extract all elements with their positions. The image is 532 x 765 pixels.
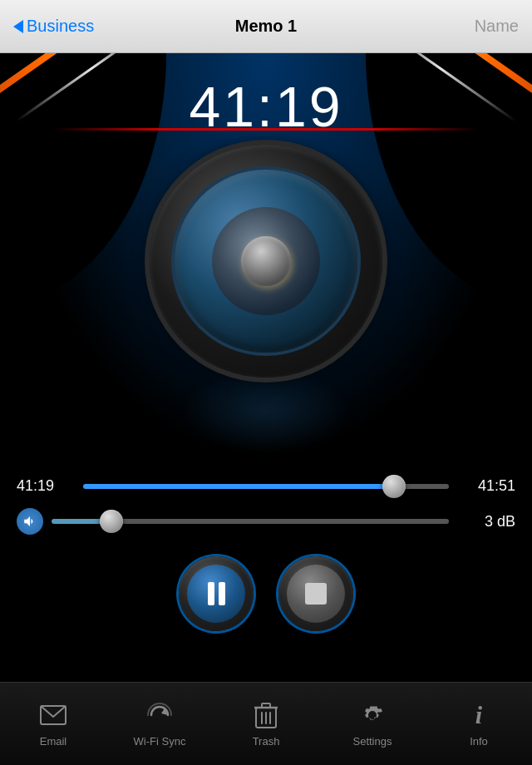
mail-icon [38, 700, 68, 730]
speaker-outer-ring [150, 145, 382, 378]
speaker-visual [150, 145, 382, 378]
speaker-dust-cap [241, 236, 291, 286]
tab-info[interactable]: i Info [426, 683, 532, 765]
tab-wifi-sync-label: Wi-Fi Sync [134, 735, 186, 748]
back-button[interactable]: Business [13, 17, 94, 36]
controls-area: 41:19 41:51 3 dB [0, 461, 532, 682]
tab-trash[interactable]: Trash [213, 683, 319, 765]
progress-thumb[interactable] [382, 475, 406, 498]
timer-display: 41:19 [0, 74, 532, 139]
volume-row: 3 dB [17, 508, 515, 535]
info-icon-label: i [475, 701, 482, 729]
total-time-label: 41:51 [457, 477, 515, 495]
speaker-mid-ring [175, 170, 357, 353]
nav-title: Memo 1 [235, 17, 297, 36]
tab-trash-label: Trash [253, 735, 280, 748]
volume-slider[interactable] [52, 519, 449, 524]
nav-right-button[interactable]: Name [475, 17, 519, 36]
back-label: Business [27, 17, 94, 36]
progress-row: 41:19 41:51 [17, 477, 515, 495]
tab-wifi-sync[interactable]: Wi-Fi Sync [106, 683, 213, 765]
current-time-label: 41:19 [17, 477, 75, 495]
speaker-inner-cone [212, 207, 320, 315]
tab-email-label: Email [40, 735, 67, 748]
pause-bar-left [208, 582, 214, 605]
tab-info-label: Info [470, 735, 488, 748]
tab-bar: Email Wi-Fi Sync Trash [0, 682, 532, 765]
playback-buttons [17, 556, 515, 631]
stop-button-inner [287, 565, 345, 623]
svg-rect-3 [262, 703, 270, 708]
back-chevron-icon [13, 20, 23, 33]
pause-icon [208, 582, 225, 605]
progress-slider[interactable] [83, 484, 449, 489]
speaker-reflection [183, 369, 349, 452]
tab-settings[interactable]: Settings [319, 683, 426, 765]
stop-button[interactable] [278, 556, 353, 631]
stop-icon [305, 583, 327, 605]
trash-icon [251, 700, 281, 730]
pause-button-inner [187, 565, 245, 623]
tab-settings-label: Settings [353, 735, 392, 748]
pause-button[interactable] [179, 556, 254, 631]
wifi-sync-icon [145, 700, 175, 730]
info-icon: i [464, 700, 494, 730]
nav-bar: Business Memo 1 Name [0, 0, 532, 53]
main-content: 41:19 41:19 41:51 [0, 53, 532, 682]
tab-email[interactable]: Email [0, 683, 106, 765]
settings-gear-icon [357, 700, 387, 730]
pause-bar-right [219, 582, 225, 605]
volume-icon [17, 508, 43, 535]
volume-thumb[interactable] [100, 510, 123, 533]
speaker-area: 41:19 [0, 53, 532, 461]
volume-db-label: 3 dB [457, 513, 515, 531]
